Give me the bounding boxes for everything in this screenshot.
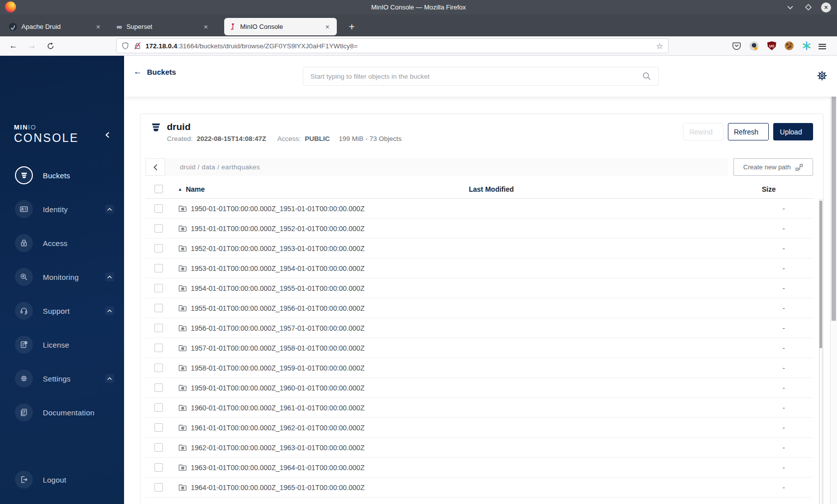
row-checkbox[interactable]	[154, 244, 163, 252]
table-row[interactable]: 1957-01-01T00:00:00.000Z_1958-01-01T00:0…	[145, 338, 813, 358]
back-link-label: Buckets	[147, 68, 176, 76]
url-path: :31664/buckets/druid/browse/ZGF0YS9lYXJ0…	[177, 42, 358, 50]
row-checkbox[interactable]	[154, 483, 163, 492]
minimize-button[interactable]	[785, 2, 795, 12]
menu-hamburger-icon[interactable]	[819, 40, 831, 52]
sidebar-item-identity[interactable]: Identity	[0, 197, 124, 221]
row-checkbox[interactable]	[154, 284, 163, 292]
table-row[interactable]: 1953-01-01T00:00:00.000Z_1954-01-01T00:0…	[145, 258, 813, 278]
sidebar-item-buckets[interactable]: Buckets	[0, 163, 124, 187]
sidebar-item-documentation[interactable]: Documentation	[0, 400, 124, 424]
row-checkbox[interactable]	[154, 423, 163, 432]
sidebar-item-support[interactable]: Support	[0, 299, 124, 323]
table-row[interactable]: 1954-01-01T00:00:00.000Z_1955-01-01T00:0…	[145, 278, 813, 298]
upload-button[interactable]: Upload	[773, 123, 813, 140]
row-checkbox[interactable]	[154, 324, 163, 332]
table-row[interactable]: 1956-01-01T00:00:00.000Z_1957-01-01T00:0…	[145, 318, 813, 338]
tab-apache-druid[interactable]: Apache Druid ×	[4, 18, 108, 35]
table-row[interactable]: 1961-01-01T00:00:00.000Z_1962-01-01T00:0…	[145, 418, 813, 438]
tab-superset[interactable]: ∞ Superset ×	[112, 18, 215, 35]
table-row[interactable]: 1955-01-01T00:00:00.000Z_1956-01-01T00:0…	[145, 298, 813, 318]
multiaccount-asterisk-icon[interactable]	[801, 40, 813, 52]
folder-icon	[178, 464, 187, 471]
chevron-up-icon[interactable]	[105, 306, 114, 315]
cookie-extension-icon[interactable]	[783, 40, 795, 52]
table-scrollbar-thumb[interactable]	[820, 201, 822, 348]
new-tab-button[interactable]: +	[345, 20, 359, 34]
table-row[interactable]: 1963-01-01T00:00:00.000Z_1964-01-01T00:0…	[145, 458, 813, 478]
documentation-pages-icon	[15, 403, 33, 421]
bookmark-star-icon[interactable]: ☆	[656, 41, 663, 51]
table-row[interactable]: 1951-01-01T00:00:00.000Z_1952-01-01T00:0…	[145, 219, 813, 239]
ublock-origin-icon[interactable]: UO	[766, 40, 778, 52]
row-checkbox[interactable]	[154, 304, 163, 312]
table-scrollbar[interactable]	[819, 199, 823, 504]
create-new-path-button[interactable]: Create new path	[733, 158, 813, 176]
sidebar-collapse-icon[interactable]	[102, 129, 113, 140]
back-to-buckets-link[interactable]: ← Buckets	[134, 66, 176, 78]
table-row[interactable]: 1958-01-01T00:00:00.000Z_1959-01-01T00:0…	[145, 358, 813, 378]
row-checkbox[interactable]	[154, 344, 163, 352]
page-scrollbar[interactable]	[830, 56, 837, 504]
tab-minio-console-active[interactable]: MinIO Console ×	[224, 18, 337, 35]
sidebar-item-license[interactable]: License	[0, 333, 124, 357]
column-header-name[interactable]: ▲ Name	[178, 185, 205, 193]
object-name: 1964-01-01T00:00:00.000Z_1965-01-01T00:0…	[191, 484, 365, 492]
sidebar-item-label: License	[43, 341, 69, 349]
object-filter-search[interactable]	[303, 67, 659, 86]
sidebar-item-settings[interactable]: Settings	[0, 367, 124, 390]
search-input[interactable]	[310, 73, 642, 80]
tab-close-icon[interactable]: ×	[201, 23, 210, 31]
rewind-button[interactable]: Rewind	[683, 123, 723, 140]
sidebar-item-logout[interactable]: Logout	[0, 468, 124, 492]
privacy-extension-icon[interactable]	[748, 40, 760, 52]
table-row[interactable]: 1959-01-01T00:00:00.000Z_1960-01-01T00:0…	[145, 378, 813, 398]
tab-label: Superset	[127, 23, 196, 30]
row-checkbox[interactable]	[154, 463, 163, 472]
chevron-up-icon[interactable]	[105, 374, 114, 383]
row-checkbox[interactable]	[154, 364, 163, 372]
maximize-button[interactable]	[803, 2, 813, 12]
row-checkbox[interactable]	[154, 264, 163, 272]
column-header-last-modified[interactable]: Last Modified	[469, 185, 514, 193]
table-row[interactable]: 1964-01-01T00:00:00.000Z_1965-01-01T00:0…	[145, 478, 813, 498]
table-row[interactable]: 1962-01-01T00:00:00.000Z_1963-01-01T00:0…	[145, 438, 813, 458]
reload-button[interactable]	[43, 36, 58, 55]
close-button[interactable]: ×	[821, 2, 831, 12]
gear-icon	[15, 370, 33, 387]
url-bar[interactable]: 172.18.0.4:31664/buckets/druid/browse/ZG…	[116, 38, 669, 53]
page-scrollbar-thumb[interactable]	[832, 58, 836, 321]
pocket-icon[interactable]	[730, 40, 742, 52]
tracking-shield-icon[interactable]	[122, 42, 129, 50]
path-back-button[interactable]	[145, 158, 165, 176]
folder-icon	[178, 384, 187, 391]
refresh-button[interactable]: Refresh	[728, 123, 769, 140]
forward-button[interactable]: →	[24, 36, 39, 55]
column-header-size[interactable]: Size	[762, 185, 776, 193]
table-row[interactable]: 1960-01-01T00:00:00.000Z_1961-01-01T00:0…	[145, 398, 813, 418]
row-checkbox[interactable]	[154, 383, 163, 392]
created-value: 2022-08-15T14:08:47Z	[197, 135, 267, 142]
sidebar-item-access[interactable]: Access	[0, 231, 124, 255]
tab-close-icon[interactable]: ×	[94, 23, 103, 31]
browser-toolbar: ← → 172.18.0.4:31664/buckets/druid/brows…	[0, 36, 837, 56]
folder-icon	[178, 344, 187, 352]
sidebar-item-label: Support	[43, 307, 70, 315]
console-settings-gear-icon[interactable]	[815, 69, 829, 83]
chevron-up-icon[interactable]	[105, 205, 114, 214]
object-list: 1950-01-01T00:00:00.000Z_1951-01-01T00:0…	[145, 199, 813, 498]
chevron-up-icon[interactable]	[105, 272, 114, 281]
row-checkbox[interactable]	[154, 204, 163, 213]
table-row[interactable]: 1950-01-01T00:00:00.000Z_1951-01-01T00:0…	[145, 199, 813, 219]
breadcrumb[interactable]: druid / data / earthquakes	[165, 158, 728, 176]
table-row[interactable]: 1952-01-01T00:00:00.000Z_1953-01-01T00:0…	[145, 239, 813, 258]
select-all-checkbox[interactable]	[154, 185, 163, 193]
insecure-lock-icon[interactable]	[134, 42, 141, 50]
sidebar-item-monitoring[interactable]: Monitoring	[0, 265, 124, 289]
monitoring-magnifier-icon	[15, 268, 33, 286]
back-button[interactable]: ←	[6, 36, 21, 55]
row-checkbox[interactable]	[154, 403, 163, 412]
row-checkbox[interactable]	[154, 224, 163, 233]
tab-close-icon[interactable]: ×	[323, 23, 332, 31]
row-checkbox[interactable]	[154, 443, 163, 452]
